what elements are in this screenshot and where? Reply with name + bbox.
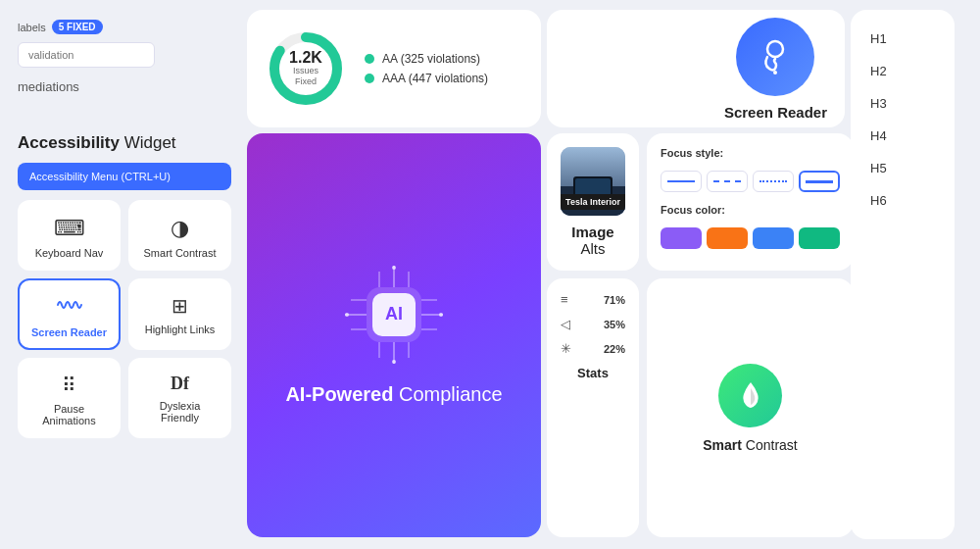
- violations-list: AA (325 violations) AAA (447 violations): [365, 52, 488, 85]
- stat-icon-3: ✳: [561, 341, 578, 356]
- stat-row-2: ◁ 35%: [561, 317, 625, 331]
- smart-contrast-mini-card: Smart Contrast: [647, 278, 854, 537]
- ai-label-bold: AI-Powered: [285, 383, 393, 405]
- badge-label: labels: [18, 22, 46, 33]
- keyboard-nav-card[interactable]: ⌨ Keyboard Nav: [18, 200, 121, 271]
- keyboard-nav-icon: ⌨: [54, 216, 85, 241]
- heading-h3[interactable]: H3: [860, 88, 945, 119]
- ai-label-rest: Compliance: [393, 383, 502, 405]
- ai-chip-text: AI: [385, 304, 403, 324]
- solid-line: [667, 180, 695, 182]
- thick-line: [806, 180, 833, 183]
- highlight-links-card[interactable]: ⊞ Highlight Links: [128, 278, 231, 350]
- top-left-panel: labels 5 FIXED mediations: [6, 6, 243, 133]
- svg-point-19: [439, 313, 443, 317]
- heading-h4[interactable]: H4: [860, 121, 945, 151]
- focus-style-dashed[interactable]: [707, 171, 748, 192]
- smart-contrast-label: Smart Contrast: [144, 247, 217, 259]
- widget-title: Accessibility Widget: [18, 133, 231, 153]
- screen-reader-content: Screen Reader: [724, 18, 827, 121]
- main-layout: labels 5 FIXED mediations 1.2K IssuesFix…: [0, 0, 980, 549]
- aaa-label: AAA (447 violations): [382, 72, 488, 85]
- ai-label: AI-Powered Compliance: [285, 383, 502, 406]
- validation-input[interactable]: [18, 42, 155, 68]
- waveform-icon: [56, 294, 83, 316]
- badge-area: labels 5 FIXED: [18, 20, 231, 34]
- dashed-line: [713, 180, 741, 182]
- svg-point-3: [773, 71, 777, 75]
- focus-style-dotted[interactable]: [753, 171, 794, 192]
- droplet-icon: [734, 378, 767, 412]
- violations-panel: 1.2K IssuesFixed AA (325 violations) AAA…: [247, 10, 541, 127]
- aaa-dot: [365, 74, 374, 83]
- car-image: Tesla Interior: [561, 147, 625, 216]
- pause-animations-card[interactable]: ⠿ Pause Animations: [18, 358, 121, 438]
- keyboard-nav-label: Keyboard Nav: [35, 247, 104, 259]
- stat-icon-1: ≡: [561, 292, 578, 307]
- widget-panel: Accessibility Widget Accessibility Menu …: [6, 133, 243, 543]
- focus-styles-row: [661, 171, 840, 192]
- widget-cards-grid: ⌨ Keyboard Nav ◑ Smart Contrast Screen R…: [18, 200, 231, 438]
- screen-reader-card[interactable]: Screen Reader: [18, 278, 121, 350]
- dyslexia-friendly-card[interactable]: Df Dyslexia Friendly: [128, 358, 231, 438]
- donut-text: 1.2K IssuesFixed: [289, 50, 322, 87]
- ai-chip-body: AI: [367, 287, 421, 342]
- pause-animations-label: Pause Animations: [29, 403, 109, 426]
- stats-title: Stats: [561, 366, 625, 380]
- stat-icon-2: ◁: [561, 317, 578, 331]
- focus-style-thick[interactable]: [799, 171, 840, 192]
- svg-point-2: [767, 41, 783, 57]
- svg-point-16: [392, 266, 396, 270]
- highlight-links-icon: ⊞: [172, 294, 188, 318]
- svg-point-18: [345, 313, 349, 317]
- widget-title-rest: Widget: [120, 133, 176, 152]
- smart-contrast-icon: ◑: [171, 216, 189, 241]
- widget-title-bold: Accessibility: [18, 133, 120, 152]
- stat-percent-3: 22%: [598, 343, 625, 355]
- highlight-links-label: Highlight Links: [145, 324, 216, 335]
- mediations-label: mediations: [18, 79, 231, 94]
- accessibility-menu-bar[interactable]: Accessibility Menu (CTRL+U): [18, 163, 231, 190]
- screen-reader-icon: [736, 18, 814, 96]
- stat-percent-2: 35%: [598, 319, 625, 330]
- focus-style-label: Focus style:: [661, 147, 840, 159]
- car-label-badge: Tesla Interior: [561, 194, 625, 210]
- aa-violation: AA (325 violations): [365, 52, 488, 66]
- donut-value: 1.2K: [289, 50, 322, 66]
- donut-sub: IssuesFixed: [289, 66, 322, 87]
- ai-compliance-panel: AI AI-Powered Compliance: [247, 133, 541, 537]
- screen-reader-panel: Screen Reader: [547, 10, 845, 127]
- image-alts-rest: Alts: [580, 240, 605, 257]
- dyslexia-friendly-label: Dyslexia Friendly: [140, 400, 220, 424]
- screen-reader-label: Screen Reader: [724, 104, 827, 121]
- focus-color-purple[interactable]: [661, 227, 702, 249]
- heading-h1[interactable]: H1: [860, 24, 945, 54]
- heading-h2[interactable]: H2: [860, 56, 945, 86]
- focus-color-orange[interactable]: [707, 227, 748, 249]
- aa-dot: [365, 54, 374, 64]
- focus-color-label: Focus color:: [661, 204, 840, 216]
- heading-h6[interactable]: H6: [860, 185, 945, 216]
- stats-card: ≡ 71% ◁ 35% ✳ 22% Stats: [547, 278, 639, 537]
- aaa-violation: AAA (447 violations): [365, 72, 488, 85]
- pause-animations-icon: ⠿: [62, 374, 76, 397]
- focus-panel: Focus style: Focus color:: [647, 133, 854, 271]
- focus-color-blue[interactable]: [753, 227, 794, 249]
- donut-chart: 1.2K IssuesFixed: [267, 29, 345, 108]
- headings-panel: H1 H2 H3 H4 H5 H6: [851, 10, 955, 539]
- stat-row-1: ≡ 71%: [561, 292, 625, 307]
- ai-chip-container: AI: [345, 266, 443, 364]
- image-alts-bold: Image: [571, 224, 613, 240]
- ear-icon-svg: [754, 35, 797, 78]
- focus-colors-row: [661, 227, 840, 249]
- screen-reader-card-label: Screen Reader: [31, 326, 107, 338]
- smart-contrast-bold: Smart: [703, 437, 742, 453]
- fixed-badge: 5 FIXED: [52, 20, 103, 34]
- focus-style-solid[interactable]: [661, 171, 702, 192]
- bottom-right-area: Tesla Interior Image Alts Focus style:: [547, 133, 851, 543]
- focus-color-green[interactable]: [799, 227, 840, 249]
- smart-contrast-card[interactable]: ◑ Smart Contrast: [128, 200, 231, 271]
- dyslexia-friendly-icon: Df: [171, 374, 189, 394]
- smart-contrast-title: Smart Contrast: [703, 437, 798, 453]
- heading-h5[interactable]: H5: [860, 153, 945, 183]
